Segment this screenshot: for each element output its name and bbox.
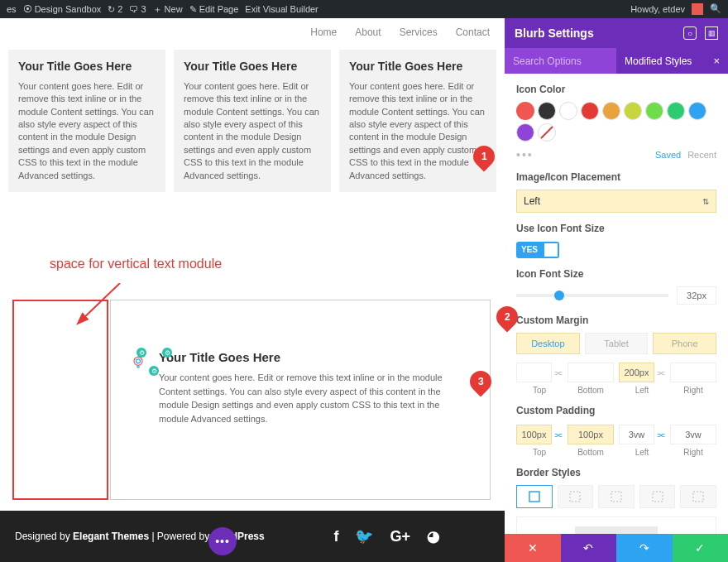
site-footer: Designed by Elegant Themes | Powered by … (0, 511, 505, 562)
margin-bottom-input[interactable] (568, 363, 614, 382)
label-border-styles: Border Styles (516, 467, 716, 478)
label-icon-color: Icon Color (516, 84, 716, 95)
blurb-title: Your Title Goes Here (18, 60, 156, 74)
blurb-large-module[interactable]: Your Title Goes Here Your content goes h… (110, 300, 491, 500)
rss-icon[interactable]: ◕ (427, 527, 440, 545)
svg-point-2 (136, 359, 141, 363)
sp-label: Top (516, 386, 563, 395)
recent-link[interactable]: Recent (687, 150, 716, 160)
nav-about[interactable]: About (355, 26, 381, 38)
discard-button[interactable]: ✕ (505, 534, 561, 562)
twitter-icon[interactable]: 🐦 (355, 527, 373, 545)
icon-font-size-slider[interactable] (516, 294, 668, 297)
border-top[interactable] (558, 485, 594, 508)
wp-edit-page[interactable]: ✎ Edit Page (189, 4, 239, 15)
svg-rect-4 (529, 492, 539, 502)
color-swatch[interactable] (602, 102, 620, 120)
color-swatches: ••• SavedRecent (516, 102, 716, 161)
close-icon[interactable]: × (713, 55, 720, 67)
footer-text: Designed by (15, 531, 73, 542)
chevron-updown-icon: ⇅ (702, 197, 709, 206)
color-swatch[interactable] (688, 102, 706, 120)
sp-label: Bottom (568, 448, 614, 457)
wp-site-menu[interactable]: es (7, 4, 17, 14)
border-all[interactable] (516, 485, 553, 508)
icon-font-size-value[interactable]: 32px (677, 286, 716, 305)
color-swatch[interactable] (538, 102, 556, 120)
label-custom-padding: Custom Padding (516, 405, 716, 416)
nav-home[interactable]: Home (310, 26, 337, 38)
label-icon-font-size: Icon Font Size (516, 268, 716, 280)
edit-dot[interactable]: ⚙ (162, 348, 172, 358)
border-right[interactable] (598, 485, 635, 508)
wp-avatar[interactable] (692, 3, 703, 15)
color-swatch[interactable] (645, 102, 663, 120)
saved-link[interactable]: Saved (655, 150, 681, 160)
margin-left-input[interactable]: 200px (619, 363, 654, 382)
margin-right-input[interactable] (670, 363, 716, 382)
wp-comments[interactable]: 🗨 3 (129, 4, 146, 14)
sp-label: Left (619, 448, 665, 457)
settings-panel: Blurb Settings ▥ Search Options Modified… (505, 18, 728, 562)
google-plus-icon[interactable]: G+ (390, 528, 410, 545)
color-swatch[interactable] (559, 102, 577, 120)
tab-search-options[interactable]: Search Options (505, 48, 616, 74)
margin-top-input[interactable] (516, 363, 552, 382)
blurb-body: Your content goes here. Edit or remove t… (349, 80, 486, 182)
blurb-title: Your Title Goes Here (349, 60, 486, 74)
toggle-use-icon-font-size[interactable]: YES (516, 242, 559, 258)
color-swatch[interactable] (624, 102, 642, 120)
panel-title: Blurb Settings (515, 26, 594, 40)
border-bottom[interactable] (639, 485, 676, 508)
link-icon[interactable]: ⫘ (656, 430, 665, 440)
color-swatch[interactable] (581, 102, 599, 120)
expand-icon[interactable] (683, 26, 697, 40)
wp-site-name[interactable]: ⦿ Design Sandbox (23, 4, 102, 14)
wp-updates[interactable]: ↻ 2 (108, 4, 122, 15)
wp-new[interactable]: ＋ New (153, 3, 183, 16)
label-use-icon-font-size: Use Icon Font Size (516, 223, 716, 234)
sp-label: Left (619, 386, 665, 395)
blurb-card[interactable]: Your Title Goes Here Your content goes h… (8, 50, 165, 192)
placement-select[interactable]: Left⇅ (516, 190, 716, 213)
nav-services[interactable]: Services (400, 26, 438, 38)
wp-howdy[interactable]: Howdy, etdev (630, 4, 685, 14)
site-nav: Home About Services Contact (0, 18, 505, 50)
link-icon[interactable]: ⫘ (656, 367, 665, 377)
padding-top-input[interactable]: 100px (516, 425, 552, 444)
color-swatch-none[interactable] (538, 123, 556, 142)
wp-search-icon[interactable]: 🔍 (710, 3, 721, 15)
edit-dot[interactable]: ⚙ (149, 366, 159, 376)
blurb-card[interactable]: Your Title Goes Here Your content goes h… (174, 50, 331, 192)
undo-button[interactable]: ↶ (561, 534, 617, 562)
blurb-body: Your content goes here. Edit or remove t… (18, 80, 156, 182)
link-icon[interactable]: ⫘ (553, 367, 563, 377)
snap-icon[interactable]: ▥ (705, 26, 718, 40)
tab-modified-styles[interactable]: Modified Styles× (616, 48, 728, 74)
device-tab-tablet[interactable]: Tablet (585, 333, 649, 354)
svg-rect-6 (611, 492, 621, 502)
footer-link-et[interactable]: Elegant Themes (73, 531, 149, 542)
color-swatch[interactable] (667, 102, 685, 120)
edit-dot[interactable]: ⚙ (136, 348, 146, 358)
sp-label: Top (516, 448, 563, 457)
blurb-large-title: Your Title Goes Here (134, 350, 467, 364)
device-tab-phone[interactable]: Phone (653, 333, 716, 354)
color-swatch[interactable] (516, 123, 534, 142)
device-tab-desktop[interactable]: Desktop (516, 333, 580, 354)
save-button[interactable]: ✓ (673, 534, 729, 562)
border-left[interactable] (680, 485, 716, 508)
padding-left-input[interactable]: 3vw (619, 425, 654, 444)
more-colors-icon[interactable]: ••• (516, 148, 534, 161)
divi-fab[interactable]: ••• (208, 527, 237, 555)
label-placement: Image/Icon Placement (516, 171, 716, 183)
blurb-card[interactable]: Your Title Goes Here Your content goes h… (339, 50, 496, 192)
color-swatch[interactable] (516, 102, 534, 120)
facebook-icon[interactable]: f (333, 528, 338, 545)
padding-right-input[interactable]: 3vw (670, 425, 716, 444)
link-icon[interactable]: ⫘ (553, 430, 563, 440)
nav-contact[interactable]: Contact (456, 26, 490, 38)
redo-button[interactable]: ↷ (616, 534, 673, 562)
wp-exit-vb[interactable]: Exit Visual Builder (245, 4, 318, 14)
padding-bottom-input[interactable]: 100px (568, 425, 614, 444)
